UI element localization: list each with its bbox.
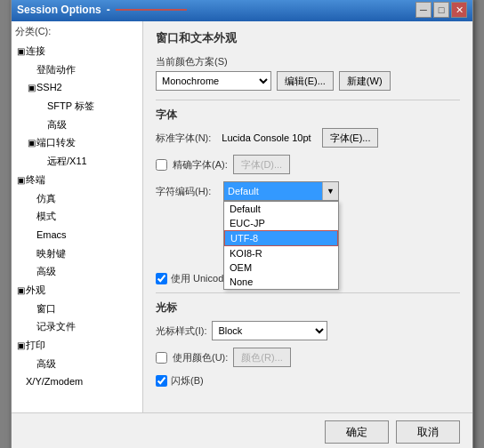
tree-item-adv2[interactable]: 高级 <box>15 262 139 281</box>
tree-item-emacs[interactable]: Emacs <box>15 226 139 244</box>
use-color-checkbox[interactable] <box>156 352 167 364</box>
title-bar-text: Session Options - <box>17 4 187 16</box>
expander-connect: ▣ <box>15 44 26 59</box>
encoding-option-default[interactable]: Default <box>224 202 338 216</box>
expander-ssh2: ▣ <box>26 80 36 95</box>
window-title: Session Options <box>17 4 101 16</box>
color-button[interactable]: 颜色(R)... <box>233 348 290 367</box>
tree-item-terminal[interactable]: ▣终端 <box>15 171 139 189</box>
use-color-label: 使用颜色(U): <box>173 351 228 364</box>
expander-appearance: ▣ <box>15 283 26 298</box>
left-panel: 分类(C): ▣连接 登陆动作 ▣SSH2 SFTP 标签 高级 <box>12 21 143 412</box>
tree-item-appearance[interactable]: ▣外观 <box>15 281 139 300</box>
tree-item-keymap[interactable]: 映射键 <box>15 244 139 263</box>
category-label: 分类(C): <box>15 25 139 38</box>
cursor-section-label: 光标 <box>156 300 460 316</box>
tree-item-remote[interactable]: 远程/X11 <box>15 152 139 171</box>
minimize-button[interactable]: ─ <box>415 2 432 18</box>
encoding-label: 字符编码(H): <box>156 185 218 198</box>
section-title: 窗口和文本外观 <box>156 30 460 46</box>
tree-item-sftp[interactable]: SFTP 标签 <box>15 97 139 116</box>
blink-checkbox[interactable] <box>156 375 167 387</box>
color-scheme-group: 当前颜色方案(S) Monochrome Default 编辑(E)... 新建… <box>156 55 460 91</box>
encoding-option-koi8r[interactable]: KOI8-R <box>224 246 338 260</box>
tree-item-mode[interactable]: 模式 <box>15 207 139 226</box>
divider-1 <box>156 100 460 100</box>
maximize-button[interactable]: □ <box>433 2 449 18</box>
session-name-display[interactable] <box>116 9 187 11</box>
right-panel: 窗口和文本外观 当前颜色方案(S) Monochrome Default 编辑(… <box>143 21 472 412</box>
use-color-row: 使用颜色(U): 颜色(R)... <box>156 348 460 367</box>
new-button[interactable]: 新建(W) <box>339 71 391 91</box>
expander-terminal: ▣ <box>15 172 26 188</box>
font-d-button[interactable]: 字体(D)... <box>233 155 290 174</box>
color-scheme-row: Monochrome Default 编辑(E)... 新建(W) <box>156 71 460 91</box>
encoding-dropdown-arrow[interactable]: ▼ <box>322 182 338 200</box>
unicode-checkbox[interactable] <box>156 273 167 284</box>
tree-item-xyzmodem[interactable]: X/Y/Zmodem <box>15 372 139 391</box>
cursor-style-row: 光标样式(I): Block Underline Vertical Bar <box>156 321 460 340</box>
expander-portfwd: ▣ <box>26 135 36 150</box>
session-options-window: Session Options - ─ □ ✕ 分类(C): ▣连接 登陆动作 … <box>11 0 473 448</box>
ok-button[interactable]: 确定 <box>325 420 389 444</box>
window-body: 分类(C): ▣连接 登陆动作 ▣SSH2 SFTP 标签 高级 <box>12 21 472 412</box>
close-button[interactable]: ✕ <box>451 2 467 18</box>
standard-font-row: 标准字体(N): Lucida Console 10pt 字体(E)... <box>156 128 460 148</box>
tree-item-advanced[interactable]: 高级 <box>15 116 139 134</box>
exact-font-checkbox[interactable] <box>156 159 167 171</box>
exact-font-row: 精确字体(A): 字体(D)... <box>156 155 460 174</box>
cursor-style-select[interactable]: Block Underline Vertical Bar <box>212 321 327 340</box>
blink-label: 闪烁(B) <box>171 374 204 388</box>
encoding-dropdown-container: Default ▼ Default EUC-JP UTF-8 KOI8-R OE… <box>223 181 339 201</box>
encoding-option-utf8[interactable]: UTF-8 <box>224 230 338 246</box>
font-section-label: 字体 <box>156 108 460 123</box>
standard-font-value: Lucida Console 10pt <box>222 132 311 143</box>
font-e-button[interactable]: 字体(E)... <box>322 128 379 148</box>
encoding-row: 字符编码(H): Default ▼ Default EUC-JP UTF-8 … <box>156 181 460 201</box>
color-scheme-select[interactable]: Monochrome Default <box>156 71 271 91</box>
tree-item-emulate[interactable]: 仿真 <box>15 189 139 208</box>
encoding-dropdown-popup: Default EUC-JP UTF-8 KOI8-R OEM None <box>223 201 339 290</box>
cancel-button[interactable]: 取消 <box>396 420 460 444</box>
edit-button[interactable]: 编辑(E)... <box>277 71 334 91</box>
tree-item-window[interactable]: 窗口 <box>15 300 139 318</box>
tree-item-connect[interactable]: ▣连接 <box>15 42 139 60</box>
expander-print: ▣ <box>15 338 26 353</box>
encoding-option-none[interactable]: None <box>224 275 338 289</box>
exact-font-label: 精确字体(A): <box>173 158 228 172</box>
divider-2 <box>156 292 460 293</box>
encoding-option-oem[interactable]: OEM <box>224 260 338 275</box>
blink-row: 闪烁(B) <box>156 374 460 388</box>
color-scheme-label: 当前颜色方案(S) <box>156 55 460 68</box>
encoding-option-eucjp[interactable]: EUC-JP <box>224 216 338 230</box>
tree-item-logfile[interactable]: 记录文件 <box>15 317 139 336</box>
title-bar: Session Options - ─ □ ✕ <box>12 0 472 21</box>
cursor-style-label: 光标样式(I): <box>156 324 206 338</box>
tree-item-portfwd[interactable]: ▣端口转发 <box>15 133 139 152</box>
tree-item-login[interactable]: 登陆动作 <box>15 60 139 79</box>
tree-item-print[interactable]: ▣打印 <box>15 336 139 355</box>
tree-item-ssh2[interactable]: ▣SSH2 <box>15 78 139 97</box>
category-tree: ▣连接 登陆动作 ▣SSH2 SFTP 标签 高级 ▣端口转发 <box>15 42 139 391</box>
tree-item-adv3[interactable]: 高级 <box>15 355 139 373</box>
encoding-dropdown-field[interactable]: Default ▼ <box>223 181 339 201</box>
standard-font-label: 标准字体(N): <box>156 132 211 145</box>
encoding-selected-value: Default <box>224 182 322 200</box>
window-controls: ─ □ ✕ <box>415 2 467 18</box>
bottom-bar: 确定 取消 <box>12 412 472 448</box>
